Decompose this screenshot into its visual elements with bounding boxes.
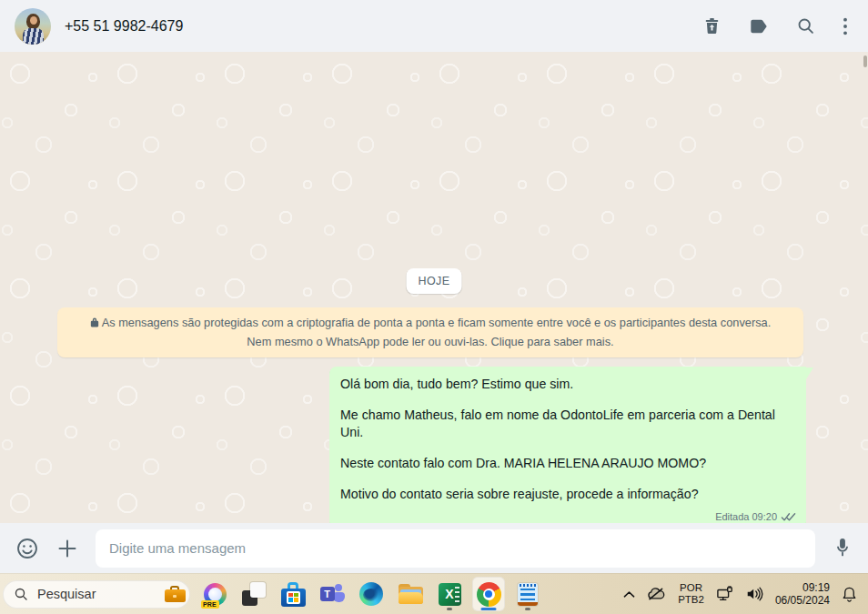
language-code: POR <box>678 582 704 594</box>
taskbar-copilot-button[interactable]: PRE <box>198 577 231 611</box>
chrome-icon <box>477 582 501 607</box>
double-check-icon <box>781 512 796 522</box>
copilot-pre-badge: PRE <box>201 600 219 609</box>
taskbar-task-view-button[interactable] <box>237 577 270 611</box>
microsoft-store-icon <box>281 582 306 607</box>
kebab-menu-icon[interactable] <box>843 16 848 36</box>
taskbar-apps: PRE T <box>198 577 544 611</box>
lock-icon <box>90 315 99 333</box>
avatar-art <box>30 16 37 25</box>
chat-message-area: HOJE As mensagens são protegidas com a c… <box>0 52 868 523</box>
message-paragraph: Olá bom dia, tudo bem? Estimo que sim. <box>340 376 795 393</box>
bell-icon[interactable] <box>842 586 857 603</box>
attach-plus-icon[interactable] <box>56 538 78 559</box>
outgoing-message-bubble[interactable]: Olá bom dia, tudo bem? Estimo que sim. M… <box>329 367 806 523</box>
label-tag-icon[interactable] <box>749 17 769 35</box>
chevron-up-icon[interactable] <box>623 590 635 599</box>
system-tray: POR PTB2 09:19 <box>623 581 861 608</box>
taskbar-edge-button[interactable] <box>355 577 388 611</box>
teams-icon: T <box>320 583 345 605</box>
taskbar-store-button[interactable] <box>277 577 309 611</box>
whatsapp-window: +55 51 9982-4679 <box>0 0 868 614</box>
message-paragraph: Me chamo Matheus, falo em nome da Odonto… <box>340 407 795 441</box>
taskbar-file-explorer-button[interactable] <box>394 577 427 611</box>
taskbar-excel-button[interactable]: X <box>433 577 466 611</box>
language-indicator[interactable]: POR PTB2 <box>678 582 704 606</box>
chat-header: +55 51 9982-4679 <box>0 0 868 52</box>
excel-icon: X <box>439 583 461 606</box>
message-input[interactable] <box>96 529 815 568</box>
active-app-indicator <box>481 608 497 610</box>
message-time: 09:20 <box>752 511 777 522</box>
search-icon[interactable] <box>796 16 815 35</box>
taskbar-chrome-button[interactable] <box>472 577 505 611</box>
clock[interactable]: 09:19 06/05/2024 <box>775 581 830 608</box>
message-paragraph: Motivo do contato seria sobre reajuste, … <box>340 486 795 503</box>
taskbar-teams-button[interactable]: T <box>316 577 348 611</box>
running-indicator <box>525 608 530 610</box>
taskbar-search-box[interactable]: Pesquisar <box>3 580 190 609</box>
bubble-tail <box>806 367 813 383</box>
taskbar-search-label: Pesquisar <box>37 587 154 601</box>
bing-daily-icon[interactable] <box>163 582 187 606</box>
scrollbar-thumb[interactable] <box>863 55 867 67</box>
search-icon <box>14 587 28 601</box>
copilot-icon: PRE <box>204 583 227 606</box>
edge-icon <box>359 582 383 606</box>
onedrive-off-icon[interactable] <box>647 587 666 601</box>
header-actions <box>702 16 848 36</box>
date-badge: HOJE <box>407 268 462 294</box>
emoji-smiley-icon[interactable] <box>15 537 39 560</box>
volume-icon[interactable] <box>746 587 763 601</box>
task-view-icon <box>242 582 266 606</box>
running-indicator <box>447 608 452 610</box>
tray-time: 09:19 <box>775 581 830 595</box>
ethernet-icon[interactable] <box>716 586 734 602</box>
message-meta: Editada 09:20 <box>715 511 796 522</box>
taskbar-notepad-button[interactable] <box>511 577 544 611</box>
tray-date: 06/05/2024 <box>775 594 830 608</box>
message-paragraph: Neste contato falo com Dra. MARIA HELENA… <box>340 455 795 472</box>
contact-phone-title[interactable]: +55 51 9982-4679 <box>65 18 689 35</box>
file-explorer-icon <box>399 584 423 604</box>
contact-avatar[interactable] <box>15 8 51 45</box>
delete-trash-icon[interactable] <box>702 16 722 35</box>
avatar-art <box>23 28 44 45</box>
encryption-notice-banner[interactable]: As mensagens são protegidas com a cripto… <box>57 307 803 357</box>
message-composer-bar <box>0 523 868 573</box>
mic-icon[interactable] <box>833 537 853 559</box>
encryption-notice-text: As mensagens são protegidas com a cripto… <box>102 316 772 348</box>
windows-taskbar: Pesquisar PRE <box>0 573 868 614</box>
edited-label: Editada <box>715 511 749 522</box>
keyboard-layout: PTB2 <box>678 594 704 606</box>
notepad-icon <box>518 583 538 606</box>
